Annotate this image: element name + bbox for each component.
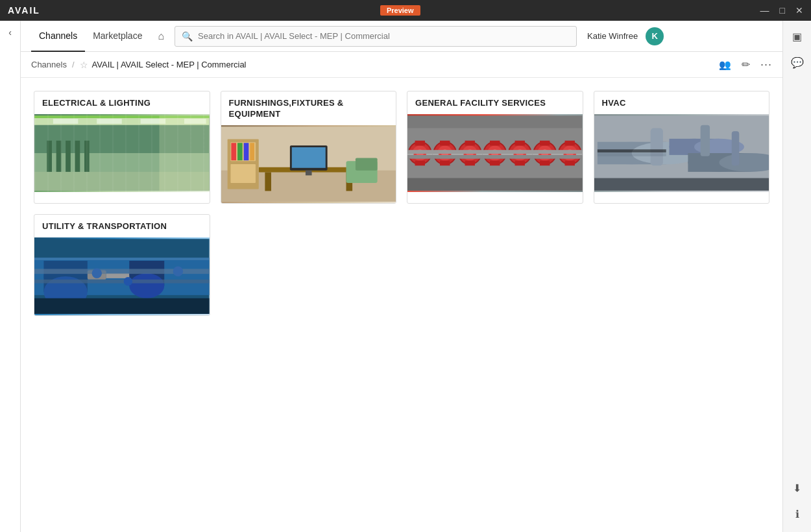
svg-rect-42 [407, 155, 583, 159]
svg-rect-55 [700, 125, 709, 156]
user-name: Katie Winfree [587, 31, 638, 41]
svg-rect-75 [34, 298, 210, 313]
tab-marketplace[interactable]: Marketplace [85, 21, 150, 52]
svg-rect-43 [407, 178, 583, 190]
info-icon[interactable]: ℹ [787, 503, 808, 524]
edit-icon[interactable]: ✏ [742, 58, 750, 71]
svg-rect-8 [53, 119, 79, 124]
search-container: 🔍 [175, 25, 577, 47]
category-card-hvac[interactable]: HVAC [594, 91, 770, 204]
category-title-hvac: HVAC [594, 91, 769, 114]
home-icon[interactable]: ⌂ [158, 30, 164, 42]
breadcrumb-actions: 👥 ✏ ··· [719, 58, 772, 71]
breadcrumb-root[interactable]: Channels [31, 60, 67, 69]
svg-rect-41 [407, 150, 583, 154]
app-logo: AVAIL [8, 5, 40, 16]
svg-rect-76 [34, 258, 210, 260]
category-image-utility [34, 237, 210, 315]
svg-rect-28 [231, 143, 236, 160]
svg-rect-27 [230, 164, 256, 183]
breadcrumb-title: AVAIL | AVAIL Select - MEP | Commercial [92, 60, 247, 69]
svg-rect-57 [597, 149, 666, 152]
svg-rect-29 [237, 143, 243, 160]
svg-rect-54 [650, 128, 662, 165]
tab-channels[interactable]: Channels [31, 21, 85, 52]
nav-right: Katie Winfree K [587, 21, 669, 51]
svg-rect-10 [141, 119, 166, 124]
layout-icon[interactable]: ▣ [787, 26, 808, 47]
svg-rect-4 [66, 141, 71, 178]
user-avatar[interactable]: K [646, 27, 664, 45]
svg-point-69 [129, 273, 164, 298]
category-title-furnishings: FURNISHINGS,FIXTURES & EQUIPMENT [221, 91, 396, 125]
category-card-furnishings[interactable]: FURNISHINGS,FIXTURES & EQUIPMENT [221, 91, 397, 204]
search-box[interactable]: 🔍 [175, 26, 577, 47]
more-options-icon[interactable]: ··· [760, 58, 772, 71]
close-button[interactable]: ✕ [795, 5, 803, 16]
right-sidebar: ▣ 💬 ⬇ ℹ [782, 21, 811, 532]
content-area: ELECTRICAL & LIGHTING [21, 78, 782, 532]
svg-rect-5 [75, 141, 80, 178]
users-icon[interactable]: 👥 [719, 59, 731, 71]
title-bar: AVAIL Preview — □ ✕ [0, 0, 811, 21]
svg-rect-21 [291, 147, 325, 168]
category-grid: ELECTRICAL & LIGHTING [34, 91, 769, 316]
svg-rect-2 [47, 141, 52, 178]
svg-rect-0 [34, 115, 210, 191]
svg-rect-11 [184, 119, 206, 124]
svg-rect-1 [34, 153, 210, 191]
category-image-electrical [34, 114, 210, 192]
category-title-utility: UTILITY & TRANSPORTATION [34, 215, 210, 237]
search-icon: 🔍 [182, 31, 193, 42]
left-sidebar-toggle: ‹ [0, 21, 21, 532]
svg-rect-38 [415, 160, 425, 165]
svg-rect-30 [243, 143, 248, 160]
svg-point-72 [92, 268, 102, 278]
right-sidebar-bottom: ⬇ ℹ [787, 478, 808, 524]
svg-rect-24 [355, 158, 377, 170]
svg-rect-7 [34, 115, 210, 125]
svg-rect-6 [84, 141, 90, 178]
svg-rect-37 [415, 141, 425, 146]
svg-point-74 [173, 266, 183, 276]
svg-rect-70 [34, 269, 210, 274]
toggle-icon[interactable]: ‹ [8, 27, 12, 38]
app-layout: ‹ Channels Marketplace ⌂ 🔍 Katie Winfree [0, 21, 811, 532]
category-card-utility[interactable]: UTILITY & TRANSPORTATION [34, 214, 210, 316]
main-content: Channels Marketplace ⌂ 🔍 Katie Winfree K [21, 21, 782, 532]
breadcrumb-separator: / [72, 60, 75, 69]
svg-rect-13 [34, 172, 210, 191]
svg-rect-9 [97, 119, 122, 124]
category-title-electrical: ELECTRICAL & LIGHTING [34, 91, 210, 114]
search-input[interactable] [198, 31, 570, 41]
svg-rect-71 [34, 279, 210, 283]
breadcrumb-bar: Channels / ☆ AVAIL | AVAIL Select - MEP … [21, 52, 782, 78]
svg-point-73 [124, 277, 132, 285]
chat-icon[interactable]: 💬 [787, 52, 808, 73]
minimize-button[interactable]: — [760, 5, 769, 16]
category-image-hvac [594, 114, 769, 192]
svg-rect-18 [265, 172, 271, 191]
star-icon[interactable]: ☆ [80, 60, 88, 70]
svg-rect-31 [250, 143, 254, 160]
svg-rect-59 [594, 178, 769, 190]
svg-rect-22 [305, 170, 311, 175]
maximize-button[interactable]: □ [780, 5, 785, 16]
window-controls: — □ ✕ [760, 5, 803, 16]
nav-bar: Channels Marketplace ⌂ 🔍 Katie Winfree K [21, 21, 782, 52]
preview-badge: Preview [380, 5, 420, 16]
category-card-electrical[interactable]: ELECTRICAL & LIGHTING [34, 91, 210, 204]
svg-rect-58 [597, 153, 666, 156]
category-title-facility: GENERAL FACILITY SERVICES [407, 91, 583, 114]
category-card-facility[interactable]: GENERAL FACILITY SERVICES [407, 91, 583, 204]
svg-rect-56 [731, 131, 739, 165]
svg-rect-14 [160, 115, 210, 191]
svg-rect-12 [34, 115, 210, 118]
category-image-furnishings [221, 125, 396, 203]
category-image-facility [407, 114, 583, 192]
svg-rect-3 [56, 141, 62, 178]
download-icon[interactable]: ⬇ [787, 478, 808, 498]
